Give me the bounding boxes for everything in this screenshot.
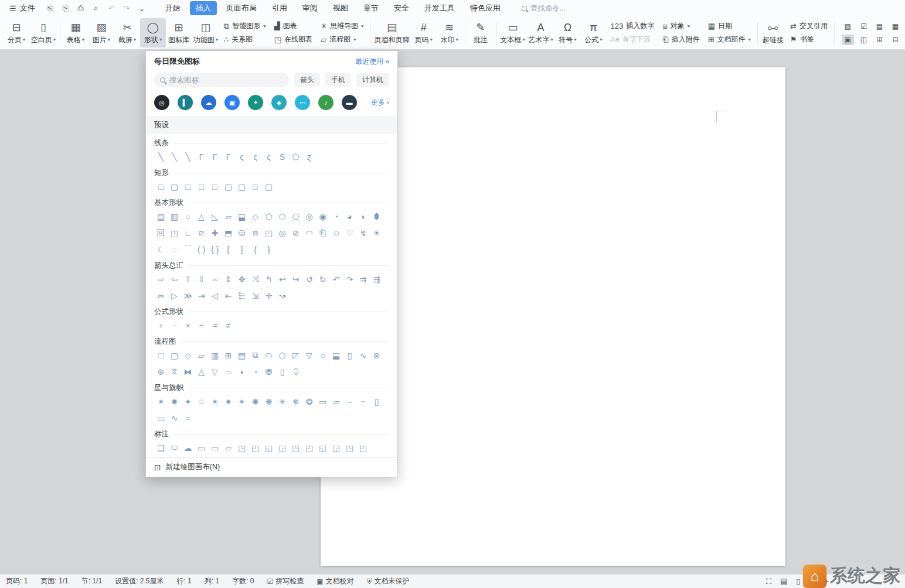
shape-icon[interactable]: ⇥ (195, 289, 208, 302)
shape-icon[interactable]: □ (249, 180, 262, 193)
shape-icon[interactable]: ▢ (235, 180, 249, 193)
shape-icon[interactable]: ▱ (222, 441, 235, 454)
recently-used-link[interactable]: 最近使用 » (355, 57, 389, 67)
shape-icon[interactable]: ς (262, 150, 275, 163)
shape-icon[interactable]: ⇔ (208, 272, 222, 286)
shape-icon[interactable]: ↩ (275, 272, 289, 286)
shape-icon[interactable]: = (208, 319, 222, 332)
shape-icon[interactable]: ✵ (289, 395, 302, 408)
shape-icon[interactable]: ◳ (235, 441, 249, 454)
shape-icon[interactable]: ↶ (329, 272, 343, 286)
ribbon-button[interactable]: ≋水印▾ (437, 18, 462, 47)
shape-icon[interactable]: ✦ (181, 395, 195, 408)
ribbon-button[interactable]: ✳思维导图▾ (321, 21, 363, 31)
status-item[interactable]: 节: 1/1 (81, 576, 102, 586)
shape-icon[interactable]: ❏ (154, 441, 168, 454)
icon-tag[interactable]: 手机 (325, 73, 351, 87)
shape-icon[interactable]: ⬮ (370, 210, 383, 223)
shape-icon[interactable]: ✷ (222, 395, 235, 408)
ribbon-button[interactable]: ▨图片▾ (89, 18, 114, 47)
shape-icon[interactable]: ▭ (195, 441, 208, 454)
remove-frame-icon[interactable]: ⊟ (889, 35, 901, 45)
shape-icon[interactable]: ▱ (222, 210, 235, 223)
shape-icon[interactable]: ↻ (316, 272, 329, 286)
shape-icon[interactable]: ⎗ (316, 226, 329, 240)
shape-icon[interactable]: ▢ (222, 180, 235, 193)
menu-tab[interactable]: 安全 (388, 1, 415, 15)
ribbon-button[interactable]: ∴关系图 (224, 35, 266, 45)
shape-icon[interactable]: ς (249, 150, 262, 163)
shape-icon[interactable]: ⇲ (249, 289, 262, 302)
shape-icon[interactable]: ☺ (329, 226, 343, 240)
shape-icon[interactable]: ⤨ (249, 272, 262, 286)
shape-icon[interactable]: ≠ (222, 319, 235, 332)
shape-icon[interactable]: [ (222, 242, 235, 256)
shape-icon[interactable]: ∿ (356, 348, 370, 362)
shape-icon[interactable]: ⛃ (262, 365, 275, 378)
shape-icon[interactable]: ╲ (168, 150, 181, 163)
status-item[interactable]: ▣文档校对 (317, 576, 353, 586)
shape-icon[interactable]: ◺ (208, 210, 222, 223)
shape-icon[interactable]: ◲ (329, 441, 343, 454)
shape-icon[interactable]: ≈ (181, 411, 195, 425)
shape-icon[interactable]: ⧄ (195, 226, 208, 240)
menu-tab[interactable]: 审阅 (297, 1, 324, 15)
shape-icon[interactable]: □ (154, 180, 168, 193)
shape-icon[interactable]: ⇉ (356, 272, 370, 286)
ribbon-button[interactable]: ⧉智能图形▾ (224, 21, 266, 31)
ribbon-button[interactable]: ▦日期 (708, 21, 751, 31)
shape-icon[interactable]: ▱ (329, 395, 343, 408)
shape-icon[interactable]: ◳ (168, 226, 181, 240)
status-item[interactable]: 列: 1 (205, 576, 219, 586)
shape-icon[interactable]: ◰ (249, 441, 262, 454)
shape-icon[interactable]: ☾ (154, 242, 168, 256)
shape-icon[interactable]: □ (208, 180, 222, 193)
shape-icon[interactable]: ╲ (154, 150, 168, 163)
shape-icon[interactable]: ◠ (302, 226, 316, 240)
shape-icon[interactable]: ◎ (302, 210, 316, 223)
ribbon-button[interactable]: π公式▾ (581, 18, 607, 47)
shape-icon[interactable]: ⊗ (370, 348, 383, 362)
shape-icon[interactable]: ⇤ (222, 289, 235, 302)
shape-icon[interactable]: ⬡ (275, 210, 289, 223)
shape-icon[interactable]: ⬱ (235, 289, 249, 302)
shape-icon[interactable]: ☁ (181, 441, 195, 454)
shape-icon[interactable]: ◇ (249, 210, 262, 223)
shape-icon[interactable]: ς (235, 150, 249, 163)
shape-icon[interactable]: ✚ (208, 226, 222, 240)
shape-icon[interactable]: ▢ (168, 180, 181, 193)
menu-tab[interactable]: 开始 (159, 1, 186, 15)
shape-icon[interactable]: □ (154, 348, 168, 362)
shape-icon[interactable]: ◇ (181, 348, 195, 362)
design-mode-icon[interactable]: ▣ (842, 35, 854, 45)
shape-icon[interactable]: ▯ (370, 395, 383, 408)
shape-icon[interactable]: ◸ (289, 348, 302, 362)
shape-icon[interactable]: ↝ (275, 289, 289, 302)
shape-icon[interactable]: ⊕ (154, 365, 168, 378)
shape-icon[interactable]: ⬠ (262, 210, 275, 223)
shape-icon[interactable]: ▭ (208, 441, 222, 454)
export-icon[interactable]: ⎘ (59, 2, 73, 14)
shape-icon[interactable]: Γ (195, 150, 208, 163)
shape-icon[interactable]: ✥ (235, 272, 249, 286)
shape-icon[interactable]: ▽ (208, 365, 222, 378)
shape-icon[interactable]: − (168, 319, 181, 332)
shape-icon[interactable]: ⧈ (249, 226, 262, 240)
shape-icon[interactable]: ⬓ (235, 210, 249, 223)
icon-search-input[interactable] (169, 76, 283, 84)
shape-icon[interactable]: ⬭ (262, 348, 275, 362)
daily-app-icon[interactable]: ▭ (295, 95, 310, 110)
field-shading-icon[interactable]: ▧ (842, 21, 854, 32)
shape-icon[interactable]: ⬡ (275, 348, 289, 362)
ribbon-button[interactable]: ⊞文档部件▾ (708, 35, 751, 45)
ribbon-button[interactable]: ◯形状▾ (140, 18, 166, 47)
shape-icon[interactable]: { } (208, 242, 222, 256)
ribbon-button[interactable]: ▭文本框▾ (499, 18, 527, 47)
menu-tab[interactable]: 页面布局 (220, 1, 263, 15)
shape-icon[interactable]: ❋ (262, 395, 275, 408)
ribbon-button[interactable]: ⚑书签 (790, 35, 828, 45)
ribbon-button[interactable]: A艺术字▾ (527, 18, 555, 47)
shape-icon[interactable]: ▤ (154, 210, 168, 223)
shape-icon[interactable]: ◰ (262, 226, 275, 240)
shape-icon[interactable]: ▷ (168, 289, 181, 302)
